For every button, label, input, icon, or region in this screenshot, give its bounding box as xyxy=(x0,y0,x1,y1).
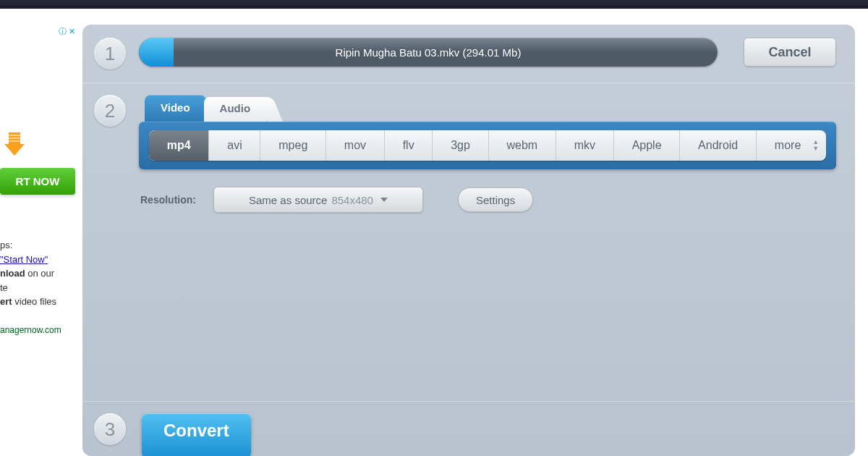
ad-start-now-button[interactable]: RT NOW xyxy=(0,168,75,195)
format-strip: mp4 avi mpeg mov flv 3gp webm mkv Apple … xyxy=(149,130,826,161)
step-2-badge: 2 xyxy=(94,95,126,127)
format-3gp[interactable]: 3gp xyxy=(433,130,488,161)
ad-start-link[interactable]: "Start Now" xyxy=(0,254,48,265)
step-3-badge: 3 xyxy=(94,413,126,445)
browser-tab-bar xyxy=(0,0,868,9)
upload-file-label: Ripin Mugha Batu 03.mkv (294.01 Mb) xyxy=(336,46,522,59)
upload-progress-bar: Ripin Mugha Batu 03.mkv (294.01 Mb) xyxy=(139,38,718,67)
format-more[interactable]: more ▲▼ xyxy=(757,130,826,161)
format-more-label: more xyxy=(775,139,801,152)
resolution-select[interactable]: Same as source 854x480 xyxy=(213,187,423,213)
step-1-badge: 1 xyxy=(94,38,126,69)
svg-rect-2 xyxy=(9,135,20,136)
convert-button[interactable]: Convert xyxy=(142,413,251,456)
format-strip-container: mp4 avi mpeg mov flv 3gp webm mkv Apple … xyxy=(139,122,836,169)
format-mpeg[interactable]: mpeg xyxy=(260,130,326,161)
ad-sidebar: ⓘ ✕ RT NOW ps: "Start Now" nload on our … xyxy=(0,9,80,456)
step-3: 3 Convert xyxy=(82,402,855,456)
ad-domain: anagernow.com xyxy=(0,324,75,337)
tab-audio[interactable]: Audio xyxy=(204,97,267,122)
ad-line: ert video files xyxy=(0,295,75,309)
cancel-button[interactable]: Cancel xyxy=(744,38,836,67)
resolution-dimensions: 854x480 xyxy=(331,194,373,206)
tab-video[interactable]: Video xyxy=(145,95,206,122)
format-mov[interactable]: mov xyxy=(326,130,385,161)
resolution-row: Resolution: Same as source 854x480 Setti… xyxy=(139,187,836,213)
download-arrow-icon xyxy=(0,131,29,160)
format-apple[interactable]: Apple xyxy=(614,130,680,161)
format-flv[interactable]: flv xyxy=(385,130,433,161)
svg-marker-1 xyxy=(4,144,25,156)
resolution-value: Same as source xyxy=(249,194,327,206)
svg-rect-3 xyxy=(9,138,20,139)
format-webm[interactable]: webm xyxy=(489,130,556,161)
ad-line: ps: xyxy=(0,238,75,253)
format-android[interactable]: Android xyxy=(680,130,757,161)
ad-info-icon[interactable]: ⓘ xyxy=(59,27,67,35)
converter-panel: 1 Ripin Mugha Batu 03.mkv (294.01 Mb) Ca… xyxy=(82,25,855,456)
ad-line: te xyxy=(0,281,75,295)
step-2: 2 Video Audio mp4 avi mpeg mov flv 3gp w… xyxy=(82,83,855,402)
step-1: 1 Ripin Mugha Batu 03.mkv (294.01 Mb) Ca… xyxy=(82,25,855,83)
ad-line: nload on our xyxy=(0,266,75,281)
media-type-tabs: Video Audio xyxy=(145,95,836,122)
chevron-down-icon xyxy=(380,198,388,202)
upload-progress-fill xyxy=(139,38,174,67)
resolution-label: Resolution: xyxy=(140,194,196,206)
settings-button[interactable]: Settings xyxy=(458,187,533,212)
updown-icon: ▲▼ xyxy=(812,140,819,151)
ad-close-icon[interactable]: ✕ xyxy=(69,27,75,35)
format-mp4[interactable]: mp4 xyxy=(149,130,209,161)
svg-rect-4 xyxy=(9,140,20,142)
ad-copy: ps: "Start Now" nload on our te ert vide… xyxy=(0,238,75,337)
format-avi[interactable]: avi xyxy=(209,130,260,161)
format-mkv[interactable]: mkv xyxy=(556,130,614,161)
ad-badge[interactable]: ⓘ ✕ xyxy=(0,26,75,37)
